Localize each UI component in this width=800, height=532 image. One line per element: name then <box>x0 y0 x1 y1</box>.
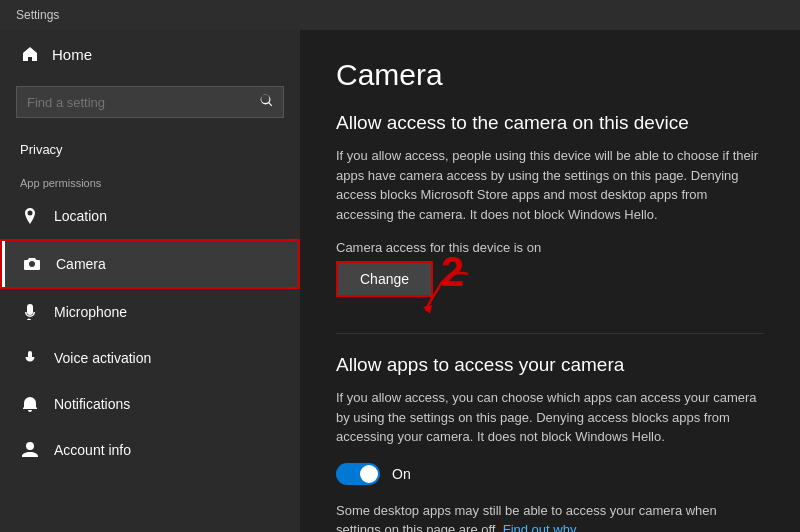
location-icon <box>20 206 40 226</box>
sidebar-home-label: Home <box>52 46 92 63</box>
device-access-row: Camera access for this device is on <box>336 240 764 255</box>
home-icon <box>20 44 40 64</box>
section2-heading: Allow apps to access your camera <box>336 354 764 376</box>
sidebar-item-account-info[interactable]: Account info <box>0 427 300 473</box>
sidebar-item-location-label: Location <box>54 208 107 224</box>
change-button[interactable]: Change <box>336 261 433 297</box>
voice-icon <box>20 348 40 368</box>
title-bar: Settings <box>0 0 800 30</box>
toggle-label: On <box>392 466 411 482</box>
toggle-row: On <box>336 463 764 485</box>
camera-access-toggle[interactable] <box>336 463 380 485</box>
main-layout: Home Privacy App permissions Location <box>0 30 800 532</box>
privacy-label: Privacy <box>0 134 300 161</box>
section2-description: If you allow access, you can choose whic… <box>336 388 764 447</box>
footer-text: Some desktop apps may still be able to a… <box>336 501 764 533</box>
sidebar-item-voice-activation-label: Voice activation <box>54 350 151 366</box>
change-btn-wrapper: Change 2 <box>336 261 433 297</box>
divider <box>336 333 764 334</box>
notifications-icon <box>20 394 40 414</box>
sidebar-item-camera-label: Camera <box>56 256 106 272</box>
find-out-why-link[interactable]: Find out why <box>503 522 577 532</box>
device-access-status: Camera access for this device is on <box>336 240 541 255</box>
search-input[interactable] <box>27 95 252 110</box>
sidebar-item-account-info-label: Account info <box>54 442 131 458</box>
search-box[interactable] <box>16 86 284 118</box>
section1-description: If you allow access, people using this d… <box>336 146 764 224</box>
sidebar-item-voice-activation[interactable]: Voice activation <box>0 335 300 381</box>
svg-marker-0 <box>423 305 432 314</box>
microphone-icon <box>20 302 40 322</box>
sidebar-item-microphone-label: Microphone <box>54 304 127 320</box>
sidebar: Home Privacy App permissions Location <box>0 30 300 532</box>
annotation-2: 2 <box>441 251 464 293</box>
sidebar-item-notifications-label: Notifications <box>54 396 130 412</box>
sidebar-item-notifications[interactable]: Notifications <box>0 381 300 427</box>
sidebar-home[interactable]: Home <box>0 30 300 78</box>
title-bar-label: Settings <box>16 8 59 22</box>
app-permissions-label: App permissions <box>0 161 300 193</box>
sidebar-item-camera[interactable]: Camera 1 <box>0 239 300 289</box>
content-area: Camera Allow access to the camera on thi… <box>300 30 800 532</box>
sidebar-item-microphone[interactable]: Microphone <box>0 289 300 335</box>
account-icon <box>20 440 40 460</box>
sidebar-item-location[interactable]: Location <box>0 193 300 239</box>
section1-heading: Allow access to the camera on this devic… <box>336 112 764 134</box>
content-title: Camera <box>336 58 764 92</box>
camera-icon <box>22 254 42 274</box>
search-icon <box>260 93 273 111</box>
